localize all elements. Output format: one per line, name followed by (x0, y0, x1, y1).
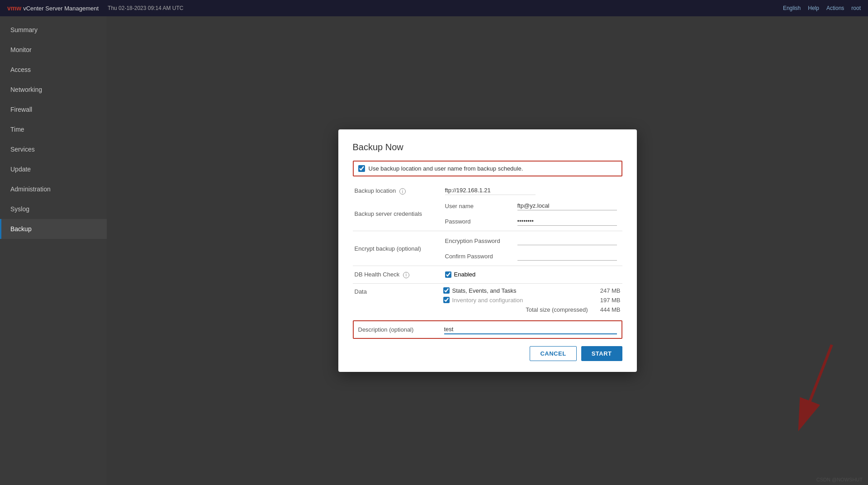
topbar: vmw vCenter Server Management Thu 02-18-… (0, 0, 868, 16)
credentials-label: Backup server credentials (353, 198, 443, 229)
db-health-label: DB Health Check i (353, 268, 443, 281)
sidebar-item-time[interactable]: Time (0, 119, 107, 139)
brand-logo: vmw (7, 5, 21, 12)
use-backup-schedule-checkbox-row[interactable]: Use backup location and user name from b… (353, 161, 622, 176)
db-health-checkbox[interactable] (445, 271, 451, 278)
enabled-row: Enabled (445, 271, 621, 278)
inventory-config-checkbox[interactable] (443, 297, 450, 303)
start-button[interactable]: START (581, 346, 622, 361)
topbar-right: English Help Actions root (783, 5, 861, 11)
help-link[interactable]: Help (808, 5, 819, 11)
divider-row-2 (353, 264, 622, 268)
divider-row-3 (353, 281, 622, 285)
form-table: Backup location i ftp://192.168.1.21 Bac… (353, 184, 622, 315)
sidebar-item-update[interactable]: Update (0, 159, 107, 179)
total-size-label: Total size (compressed) (526, 306, 588, 313)
divider-row-1 (353, 229, 622, 233)
modal-backdrop: Backup Now Use backup location and user … (107, 16, 868, 485)
stats-events-tasks-checkbox[interactable] (443, 287, 450, 294)
username-value-cell (516, 198, 622, 214)
db-health-row: DB Health Check i Enabled (353, 268, 622, 281)
password-value-cell (516, 214, 622, 229)
use-backup-schedule-label: Use backup location and user name from b… (369, 165, 523, 172)
enabled-label: Enabled (454, 271, 476, 278)
stats-events-label: Stats, Events, and Tasks (452, 287, 517, 294)
data-items-cell: Stats, Events, and Tasks 247 MB Inventor… (443, 285, 622, 315)
backup-location-value-cell: ftp://192.168.1.21 (443, 184, 622, 198)
backup-location-value: ftp://192.168.1.21 (445, 187, 536, 195)
encrypt-label: Encrypt backup (optional) (353, 233, 443, 264)
sidebar-item-monitor[interactable]: Monitor (0, 40, 107, 60)
password-input[interactable] (517, 217, 617, 226)
description-section: Description (optional) (353, 320, 622, 339)
lang-selector[interactable]: English (783, 5, 801, 11)
total-size-row: Total size (compressed) 444 MB (443, 306, 622, 313)
app-title: vCenter Server Management (23, 5, 99, 12)
sidebar-item-administration[interactable]: Administration (0, 179, 107, 199)
db-health-value-cell: Enabled (443, 268, 622, 281)
sidebar: Summary Monitor Access Networking Firewa… (0, 16, 107, 485)
modal-title: Backup Now (353, 142, 622, 152)
main-layout: Summary Monitor Access Networking Firewa… (0, 16, 868, 485)
encryption-password-cell (516, 233, 622, 248)
description-input[interactable] (444, 325, 617, 334)
content-area: Backup Now Use backup location and user … (107, 16, 868, 485)
data-item-1: Inventory and configuration 197 MB (443, 297, 622, 304)
backup-location-label: Backup location i (353, 184, 443, 198)
encryption-password-input[interactable] (517, 236, 617, 245)
username-label: User name (443, 198, 516, 214)
sidebar-item-syslog[interactable]: Syslog (0, 199, 107, 219)
sidebar-item-access[interactable]: Access (0, 60, 107, 80)
sidebar-item-services[interactable]: Services (0, 139, 107, 159)
username-input[interactable] (517, 201, 617, 210)
password-label: Password (443, 214, 516, 229)
inventory-config-label: Inventory and configuration (452, 297, 523, 304)
actions-menu[interactable]: Actions (826, 5, 844, 11)
confirm-password-cell (516, 248, 622, 264)
inventory-config-size: 197 MB (595, 297, 622, 304)
data-item-0: Stats, Events, and Tasks 247 MB (443, 287, 622, 294)
encrypt-row-1: Encrypt backup (optional) Encryption Pas… (353, 233, 622, 248)
confirm-password-input[interactable] (517, 252, 617, 261)
description-label: Description (optional) (358, 326, 444, 333)
sidebar-item-summary[interactable]: Summary (0, 20, 107, 40)
confirm-password-label: Confirm Password (443, 248, 516, 264)
backup-location-row: Backup location i ftp://192.168.1.21 (353, 184, 622, 198)
topbar-date: Thu 02-18-2023 09:14 AM UTC (108, 5, 183, 11)
backup-location-info-icon[interactable]: i (399, 188, 406, 195)
user-menu[interactable]: root (851, 5, 861, 11)
cancel-button[interactable]: CANCEL (530, 346, 576, 361)
sidebar-item-backup[interactable]: Backup (0, 219, 107, 239)
db-health-info-icon[interactable]: i (403, 272, 409, 278)
data-row-outer: Data Stats, Events, and Tasks 247 MB Inv… (353, 285, 622, 315)
sidebar-item-networking[interactable]: Networking (0, 80, 107, 100)
modal-buttons: CANCEL START (353, 346, 622, 361)
data-label: Data (353, 285, 443, 315)
stats-events-size: 247 MB (595, 287, 622, 294)
total-size-value: 444 MB (593, 306, 621, 313)
backup-now-modal: Backup Now Use backup location and user … (338, 129, 637, 372)
use-backup-schedule-checkbox[interactable] (358, 165, 365, 172)
encryption-password-label: Encryption Password (443, 233, 516, 248)
sidebar-item-firewall[interactable]: Firewall (0, 100, 107, 119)
credentials-row: Backup server credentials User name (353, 198, 622, 214)
